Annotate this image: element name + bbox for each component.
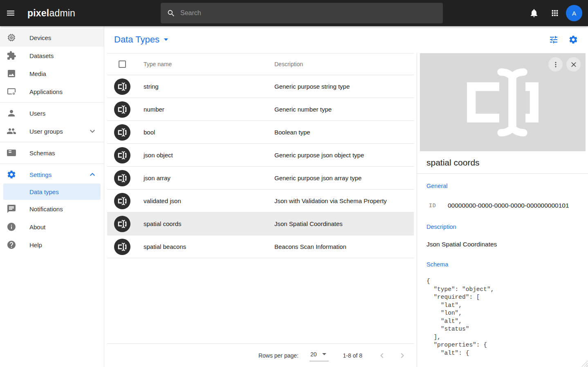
type-name-cell: string [144,83,274,90]
logo-bold: pixel [27,8,49,18]
kebab-menu-icon [552,60,560,69]
gear-icon [7,170,16,179]
logo-light: admin [49,8,75,18]
sidebar-item-label: User groups [29,128,63,135]
data-type-icon [114,193,130,209]
dropdown-caret-icon [322,353,326,355]
sidebar-item-about[interactable]: About [0,218,104,236]
page-title-dropdown[interactable]: Data Types [114,34,168,45]
sidebar-item-users[interactable]: Users [0,104,104,122]
group-icon [7,126,16,136]
description-cell: Generic number type [274,106,332,113]
sidebar-item-label: Users [29,110,45,117]
person-icon [7,108,16,118]
type-name-cell: json array [144,175,274,181]
page-header: Data Types [104,26,588,53]
next-page-icon[interactable] [397,351,407,360]
kebab-menu-button[interactable] [548,57,563,72]
description-cell: Beacons Scan Information [274,243,346,250]
previous-page-icon[interactable] [377,351,387,360]
sidebar-item-help[interactable]: Help [0,236,104,254]
sidebar-item-data-types[interactable]: Data types [3,184,101,200]
data-type-icon [114,170,130,186]
type-name-cell: bool [144,129,274,136]
detail-panel: spatial coords General ID 00000000-0000-… [417,53,588,367]
sidebar-item-schemas[interactable]: Schemas [0,144,104,162]
page-header-actions [549,35,578,45]
general-section-label: General [426,183,579,189]
sidebar-item-label: Notifications [29,206,63,213]
sidebar-item-label: Settings [29,171,52,178]
apps-grid-icon[interactable] [550,9,559,18]
data-types-table: Type name Description string Generic pur… [104,53,417,367]
sidebar-item-settings[interactable]: Settings [0,166,104,184]
global-search[interactable] [161,3,443,23]
table-row[interactable]: spatial beacons Beacons Scan Information [107,235,414,258]
schema-code[interactable]: { "type": "object", "required": [ "lat",… [426,277,579,357]
schema-section-label: Schema [426,261,579,268]
detail-sections: General ID 00000000-0000-0000-0000-00000… [417,174,588,357]
type-name-cell: validated json [144,197,274,204]
sidebar-item-label: Help [29,242,42,248]
appbar-actions: A [529,5,582,21]
data-type-icon [114,101,130,118]
row-avatar-cell [107,170,144,186]
sidebar-divider [0,102,104,103]
sidebar-subitem-label: Data types [29,188,59,195]
table-row[interactable]: validated json Json with Validation via … [107,190,414,213]
table-row[interactable]: spatial coords Json Spatial Coordinates [107,213,414,235]
column-header-description: Description [274,61,303,67]
tune-filter-icon[interactable] [549,35,559,45]
sidebar-item-user-groups[interactable]: User groups [0,122,104,140]
app-logo: pixeladmin [27,8,75,19]
sidebar: Devices Datasets Media Applications User… [0,26,104,367]
table-row[interactable]: number Generic number type [107,98,414,121]
sidebar-item-label: Schemas [29,150,55,157]
menu-icon[interactable] [6,8,16,18]
table-row[interactable]: bool Boolean type [107,121,414,144]
description-cell: Generic purpose string type [274,83,350,90]
type-name-cell: spatial coords [144,220,274,227]
puzzle-icon [7,51,16,60]
gear-icon[interactable] [568,35,578,45]
close-button[interactable] [566,57,581,72]
select-all-checkbox[interactable] [119,60,126,68]
table-row[interactable]: string Generic purpose string type [107,75,414,98]
sidebar-item-devices[interactable]: Devices [0,29,104,47]
id-row: ID 00000000-0000-0000-0000-000000000101 [426,202,579,209]
description-cell: Json with Validation via Schema Property [274,197,387,204]
type-name-cell: json object [144,152,274,159]
sidebar-item-datasets[interactable]: Datasets [0,47,104,65]
chevron-up-icon [88,170,97,179]
screen-gear-icon [7,87,16,96]
bell-icon[interactable] [529,8,539,18]
description-cell: Generic purpose json array type [274,175,361,181]
page-title: Data Types [114,34,159,45]
type-name-cell: spatial beacons [144,243,274,250]
row-avatar-cell [107,78,144,95]
id-value: 00000000-0000-0000-0000-000000000101 [448,202,569,209]
data-type-icon [114,124,130,141]
type-name-cell: number [144,106,274,113]
pagination-bar: Rows per page: 20 1-8 of 8 [107,343,414,367]
rows-per-page-label: Rows per page: [258,352,298,359]
description-value: Json Spatial Coordinates [426,241,579,248]
info-icon [7,222,16,232]
table-row[interactable]: json array Generic purpose json array ty… [107,167,414,190]
image-icon [7,69,16,78]
pagination-range: 1-8 of 8 [343,352,362,359]
sidebar-item-notifications[interactable]: Notifications [0,200,104,218]
table-row[interactable]: json object Generic purpose json object … [107,144,414,167]
sidebar-item-label: Datasets [29,52,54,59]
detail-actions [548,57,581,72]
column-header-type-name: Type name [144,61,274,67]
table-header-row: Type name Description [107,53,414,75]
rows-per-page-select[interactable]: 20 [310,350,329,361]
detail-title: spatial coords [417,151,588,174]
search-input[interactable] [180,9,409,17]
sidebar-item-label: Media [29,70,46,77]
sidebar-item-applications[interactable]: Applications [0,83,104,101]
row-avatar-cell [107,147,144,163]
avatar[interactable]: A [566,5,582,21]
sidebar-item-media[interactable]: Media [0,65,104,83]
